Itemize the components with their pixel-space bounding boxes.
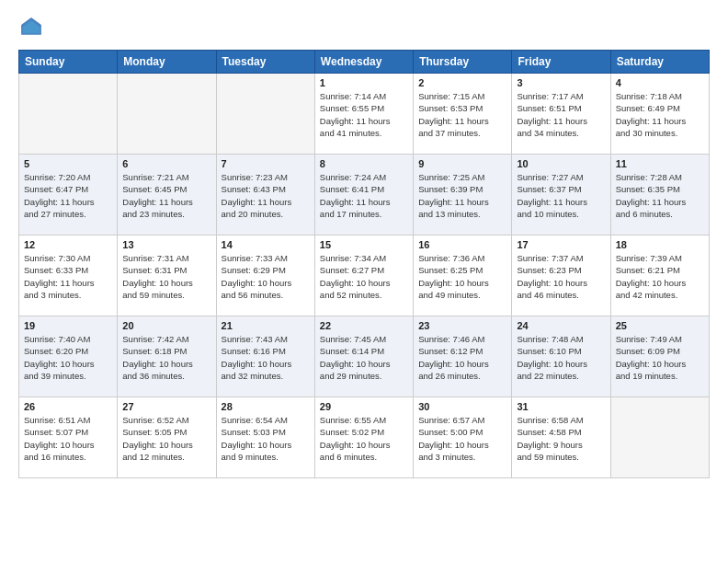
day-detail: Sunrise: 6:57 AM Sunset: 5:00 PM Dayligh… <box>418 414 506 463</box>
day-detail: Sunrise: 6:55 AM Sunset: 5:02 PM Dayligh… <box>320 414 408 463</box>
calendar-week-row: 19Sunrise: 7:40 AM Sunset: 6:20 PM Dayli… <box>19 316 710 397</box>
day-number: 27 <box>122 401 210 412</box>
day-number: 31 <box>517 401 605 412</box>
calendar-cell: 15Sunrise: 7:34 AM Sunset: 6:27 PM Dayli… <box>314 236 413 316</box>
day-number: 2 <box>418 77 506 88</box>
day-number: 24 <box>517 320 605 331</box>
day-number: 11 <box>616 158 704 169</box>
day-detail: Sunrise: 7:36 AM Sunset: 6:25 PM Dayligh… <box>418 252 506 301</box>
day-number: 12 <box>24 239 112 250</box>
day-number: 16 <box>418 239 506 250</box>
day-detail: Sunrise: 7:25 AM Sunset: 6:39 PM Dayligh… <box>418 171 506 220</box>
day-detail: Sunrise: 7:34 AM Sunset: 6:27 PM Dayligh… <box>320 252 408 301</box>
weekday-header: Wednesday <box>314 51 413 74</box>
day-detail: Sunrise: 7:31 AM Sunset: 6:31 PM Dayligh… <box>122 252 210 301</box>
day-detail: Sunrise: 7:37 AM Sunset: 6:23 PM Dayligh… <box>517 252 605 301</box>
day-number: 4 <box>616 77 704 88</box>
calendar-week-row: 5Sunrise: 7:20 AM Sunset: 6:47 PM Daylig… <box>19 155 710 236</box>
calendar-cell: 18Sunrise: 7:39 AM Sunset: 6:21 PM Dayli… <box>610 236 709 316</box>
weekday-header: Monday <box>118 51 216 74</box>
weekday-header: Saturday <box>610 51 709 74</box>
day-number: 25 <box>616 320 704 331</box>
day-number: 15 <box>320 239 408 250</box>
day-number: 26 <box>24 401 112 412</box>
calendar-week-row: 26Sunrise: 6:51 AM Sunset: 5:07 PM Dayli… <box>19 397 710 478</box>
day-detail: Sunrise: 7:18 AM Sunset: 6:49 PM Dayligh… <box>616 90 704 139</box>
calendar-cell: 25Sunrise: 7:49 AM Sunset: 6:09 PM Dayli… <box>610 316 709 397</box>
calendar-cell: 20Sunrise: 7:42 AM Sunset: 6:18 PM Dayli… <box>118 316 216 397</box>
day-number: 7 <box>222 158 310 169</box>
calendar-week-row: 12Sunrise: 7:30 AM Sunset: 6:33 PM Dayli… <box>19 236 710 316</box>
day-number: 8 <box>320 158 408 169</box>
calendar-cell: 1Sunrise: 7:14 AM Sunset: 6:55 PM Daylig… <box>314 74 413 155</box>
day-number: 29 <box>320 401 408 412</box>
calendar-cell <box>118 74 216 155</box>
calendar-cell: 12Sunrise: 7:30 AM Sunset: 6:33 PM Dayli… <box>19 236 118 316</box>
day-number: 17 <box>517 239 605 250</box>
day-detail: Sunrise: 6:52 AM Sunset: 5:05 PM Dayligh… <box>122 414 210 463</box>
calendar-cell: 14Sunrise: 7:33 AM Sunset: 6:29 PM Dayli… <box>216 236 314 316</box>
weekday-header: Tuesday <box>216 51 314 74</box>
day-detail: Sunrise: 7:17 AM Sunset: 6:51 PM Dayligh… <box>517 90 605 139</box>
calendar-cell: 29Sunrise: 6:55 AM Sunset: 5:02 PM Dayli… <box>314 397 413 478</box>
day-detail: Sunrise: 7:21 AM Sunset: 6:45 PM Dayligh… <box>122 171 210 220</box>
day-number: 21 <box>222 320 310 331</box>
calendar-cell: 26Sunrise: 6:51 AM Sunset: 5:07 PM Dayli… <box>19 397 118 478</box>
day-detail: Sunrise: 6:58 AM Sunset: 4:58 PM Dayligh… <box>517 414 605 463</box>
calendar-cell <box>610 397 709 478</box>
weekday-header: Friday <box>512 51 610 74</box>
calendar-cell: 17Sunrise: 7:37 AM Sunset: 6:23 PM Dayli… <box>512 236 610 316</box>
calendar-cell: 7Sunrise: 7:23 AM Sunset: 6:43 PM Daylig… <box>216 155 314 236</box>
day-detail: Sunrise: 7:24 AM Sunset: 6:41 PM Dayligh… <box>320 171 408 220</box>
calendar-week-row: 1Sunrise: 7:14 AM Sunset: 6:55 PM Daylig… <box>19 74 710 155</box>
calendar-cell: 22Sunrise: 7:45 AM Sunset: 6:14 PM Dayli… <box>314 316 413 397</box>
calendar-cell: 23Sunrise: 7:46 AM Sunset: 6:12 PM Dayli… <box>414 316 512 397</box>
day-detail: Sunrise: 7:28 AM Sunset: 6:35 PM Dayligh… <box>616 171 704 220</box>
calendar-cell: 8Sunrise: 7:24 AM Sunset: 6:41 PM Daylig… <box>314 155 413 236</box>
day-detail: Sunrise: 7:20 AM Sunset: 6:47 PM Dayligh… <box>24 171 112 220</box>
calendar-cell: 30Sunrise: 6:57 AM Sunset: 5:00 PM Dayli… <box>414 397 512 478</box>
calendar-cell: 10Sunrise: 7:27 AM Sunset: 6:37 PM Dayli… <box>512 155 610 236</box>
day-number: 23 <box>418 320 506 331</box>
logo-icon <box>18 15 44 40</box>
day-detail: Sunrise: 7:43 AM Sunset: 6:16 PM Dayligh… <box>222 333 310 382</box>
logo <box>18 15 48 40</box>
day-number: 13 <box>122 239 210 250</box>
calendar-cell: 11Sunrise: 7:28 AM Sunset: 6:35 PM Dayli… <box>610 155 709 236</box>
day-number: 9 <box>418 158 506 169</box>
day-detail: Sunrise: 7:45 AM Sunset: 6:14 PM Dayligh… <box>320 333 408 382</box>
day-number: 6 <box>122 158 210 169</box>
calendar-cell: 2Sunrise: 7:15 AM Sunset: 6:53 PM Daylig… <box>414 74 512 155</box>
calendar-cell: 3Sunrise: 7:17 AM Sunset: 6:51 PM Daylig… <box>512 74 610 155</box>
day-detail: Sunrise: 7:49 AM Sunset: 6:09 PM Dayligh… <box>616 333 704 382</box>
day-detail: Sunrise: 6:51 AM Sunset: 5:07 PM Dayligh… <box>24 414 112 463</box>
calendar-table: SundayMondayTuesdayWednesdayThursdayFrid… <box>18 50 710 478</box>
calendar-cell: 24Sunrise: 7:48 AM Sunset: 6:10 PM Dayli… <box>512 316 610 397</box>
calendar-cell: 16Sunrise: 7:36 AM Sunset: 6:25 PM Dayli… <box>414 236 512 316</box>
day-detail: Sunrise: 7:33 AM Sunset: 6:29 PM Dayligh… <box>222 252 310 301</box>
calendar-cell <box>216 74 314 155</box>
calendar-cell: 31Sunrise: 6:58 AM Sunset: 4:58 PM Dayli… <box>512 397 610 478</box>
day-number: 18 <box>616 239 704 250</box>
day-detail: Sunrise: 7:39 AM Sunset: 6:21 PM Dayligh… <box>616 252 704 301</box>
day-detail: Sunrise: 7:15 AM Sunset: 6:53 PM Dayligh… <box>418 90 506 139</box>
calendar-cell: 21Sunrise: 7:43 AM Sunset: 6:16 PM Dayli… <box>216 316 314 397</box>
calendar-cell: 19Sunrise: 7:40 AM Sunset: 6:20 PM Dayli… <box>19 316 118 397</box>
day-detail: Sunrise: 7:42 AM Sunset: 6:18 PM Dayligh… <box>122 333 210 382</box>
day-detail: Sunrise: 7:40 AM Sunset: 6:20 PM Dayligh… <box>24 333 112 382</box>
day-number: 3 <box>517 77 605 88</box>
page: SundayMondayTuesdayWednesdayThursdayFrid… <box>0 0 728 493</box>
day-detail: Sunrise: 7:27 AM Sunset: 6:37 PM Dayligh… <box>517 171 605 220</box>
day-number: 1 <box>320 77 408 88</box>
day-detail: Sunrise: 7:30 AM Sunset: 6:33 PM Dayligh… <box>24 252 112 301</box>
day-number: 10 <box>517 158 605 169</box>
weekday-header: Thursday <box>414 51 512 74</box>
day-number: 30 <box>418 401 506 412</box>
day-detail: Sunrise: 7:46 AM Sunset: 6:12 PM Dayligh… <box>418 333 506 382</box>
calendar-cell: 13Sunrise: 7:31 AM Sunset: 6:31 PM Dayli… <box>118 236 216 316</box>
header <box>18 15 710 40</box>
day-number: 19 <box>24 320 112 331</box>
calendar-cell: 9Sunrise: 7:25 AM Sunset: 6:39 PM Daylig… <box>414 155 512 236</box>
calendar-cell: 4Sunrise: 7:18 AM Sunset: 6:49 PM Daylig… <box>610 74 709 155</box>
day-detail: Sunrise: 7:23 AM Sunset: 6:43 PM Dayligh… <box>222 171 310 220</box>
